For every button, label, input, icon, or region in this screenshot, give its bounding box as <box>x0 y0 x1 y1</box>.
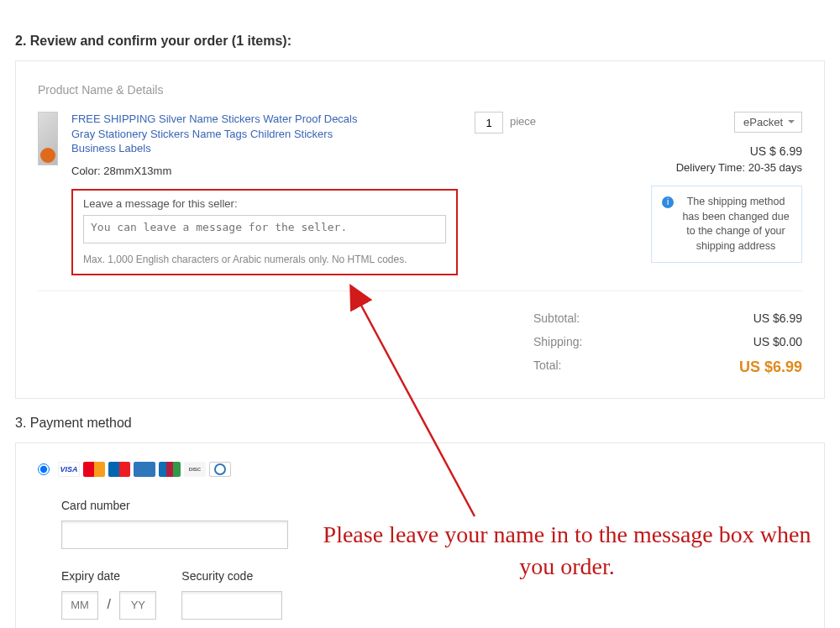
shipping-value: US $0.00 <box>753 335 802 348</box>
variant-label: Color: <box>71 165 101 177</box>
security-code-label: Security code <box>181 569 282 583</box>
card-payment-radio[interactable] <box>38 463 50 475</box>
subtotal-value: US $6.99 <box>753 311 802 325</box>
diners-icon <box>209 462 231 477</box>
annotation-text: Please leave your name in to the message… <box>311 519 823 583</box>
order-item-row: FREE SHIPPING Silver Name Stickers Water… <box>38 112 802 291</box>
card-number-label: Card number <box>61 499 802 512</box>
seller-message-input[interactable] <box>83 215 446 243</box>
order-totals: Subtotal: US $6.99 Shipping: US $0.00 To… <box>38 306 802 381</box>
expiry-month-input[interactable] <box>61 591 98 620</box>
expiry-label: Expiry date <box>61 569 156 583</box>
message-label: Leave a message for this seller: <box>83 197 446 210</box>
quantity-unit: piece <box>510 112 536 128</box>
product-thumbnail[interactable] <box>38 112 58 165</box>
discover-icon: DISC <box>184 462 206 477</box>
card-logos: VISA DISC <box>58 462 231 477</box>
shipping-label: Shipping: <box>533 335 582 348</box>
payment-heading: 3. Payment method <box>15 416 825 431</box>
product-title-link[interactable]: FREE SHIPPING Silver Name Stickers Water… <box>71 112 374 156</box>
product-variant: Color: 28mmX13mm <box>71 165 458 177</box>
total-value: US $6.99 <box>739 358 802 376</box>
security-code-input[interactable] <box>181 591 282 620</box>
maestro-icon <box>108 462 130 477</box>
notice-text: The shipping method has been changed due… <box>680 195 791 254</box>
review-heading: 2. Review and confirm your order (1 item… <box>15 34 825 49</box>
item-price: US $ 6.99 <box>584 144 802 158</box>
total-label: Total: <box>533 358 561 376</box>
variant-value: 28mmX13mm <box>103 165 171 177</box>
jcb-icon <box>159 462 181 477</box>
amex-icon <box>134 462 155 477</box>
product-details-label: Product Name & Details <box>38 83 802 97</box>
expiry-year-input[interactable] <box>119 591 156 620</box>
card-number-input[interactable] <box>61 521 288 549</box>
review-panel: Product Name & Details FREE SHIPPING Sil… <box>15 60 825 399</box>
shipping-change-notice: i The shipping method has been changed d… <box>651 186 802 263</box>
message-hint: Max. 1,000 English characters or Arabic … <box>83 254 446 265</box>
subtotal-label: Subtotal: <box>533 311 580 325</box>
seller-message-block: Leave a message for this seller: Max. 1,… <box>71 189 458 275</box>
info-icon: i <box>662 196 674 208</box>
delivery-label: Delivery Time: <box>676 161 745 174</box>
quantity-input[interactable] <box>475 112 503 133</box>
delivery-value: 20-35 days <box>748 161 802 174</box>
delivery-time: Delivery Time: 20-35 days <box>584 161 802 174</box>
shipping-method-select[interactable]: ePacket <box>734 112 802 133</box>
mastercard-icon <box>83 462 105 477</box>
visa-icon: VISA <box>58 462 80 477</box>
expiry-slash: / <box>107 597 110 611</box>
